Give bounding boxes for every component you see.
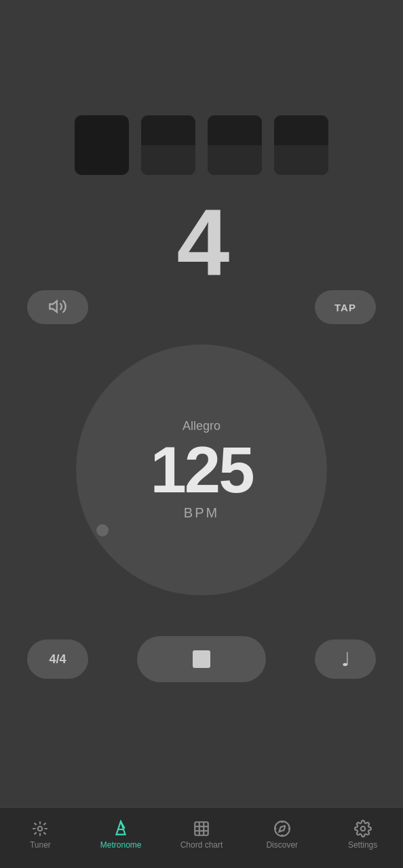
settings-icon [354, 820, 372, 837]
play-stop-button[interactable] [137, 636, 266, 682]
time-signature-label: 4/4 [49, 652, 66, 667]
metronome-nav-label: Metronome [100, 840, 142, 850]
beat-box-3[interactable] [208, 115, 262, 175]
chord-chart-icon [193, 820, 210, 837]
chord-chart-nav-label: Chord chart [180, 840, 223, 850]
bottom-controls: 4/4 ♩ [0, 616, 403, 703]
bpm-unit: BPM [184, 505, 219, 521]
speaker-icon [48, 297, 67, 316]
settings-nav-label: Settings [348, 840, 377, 850]
tuner-nav-label: Tuner [30, 840, 51, 850]
time-signature-button[interactable]: 4/4 [27, 639, 88, 679]
beat-indicators [0, 0, 403, 189]
stop-square-icon [193, 650, 210, 668]
bpm-display: 125 [150, 437, 252, 502]
nav-item-metronome[interactable]: Metronome [81, 820, 161, 850]
discover-icon [273, 820, 291, 837]
tuner-icon [31, 820, 49, 837]
dial-circle[interactable]: Allegro 125 BPM [76, 344, 327, 595]
bottom-nav: Tuner Metronome Chord chart [0, 807, 403, 868]
volume-icon [48, 297, 67, 318]
nav-item-chord-chart[interactable]: Chord chart [161, 820, 242, 850]
svg-point-8 [275, 821, 290, 836]
svg-point-13 [360, 826, 365, 831]
dial-dot [96, 524, 109, 536]
beat-box-2[interactable] [141, 115, 195, 175]
beat-number: 4 [177, 195, 227, 290]
note-button[interactable]: ♩ [315, 639, 376, 679]
tap-label: TAP [334, 302, 356, 313]
beat-number-area: 4 [0, 195, 403, 290]
beat-box-1[interactable] [75, 115, 129, 175]
tempo-label: Allegro [183, 419, 220, 433]
nav-item-settings[interactable]: Settings [322, 820, 403, 850]
nav-item-tuner[interactable]: Tuner [0, 820, 81, 850]
note-icon: ♩ [341, 648, 350, 671]
beat-box-4[interactable] [274, 115, 328, 175]
discover-nav-label: Discover [266, 840, 298, 850]
tap-button[interactable]: TAP [315, 290, 376, 324]
dial-container: Allegro 125 BPM [0, 344, 403, 595]
metronome-icon [112, 820, 130, 837]
svg-rect-3 [195, 822, 208, 835]
volume-button[interactable] [27, 290, 88, 324]
svg-point-0 [38, 826, 43, 831]
nav-item-discover[interactable]: Discover [242, 820, 322, 850]
